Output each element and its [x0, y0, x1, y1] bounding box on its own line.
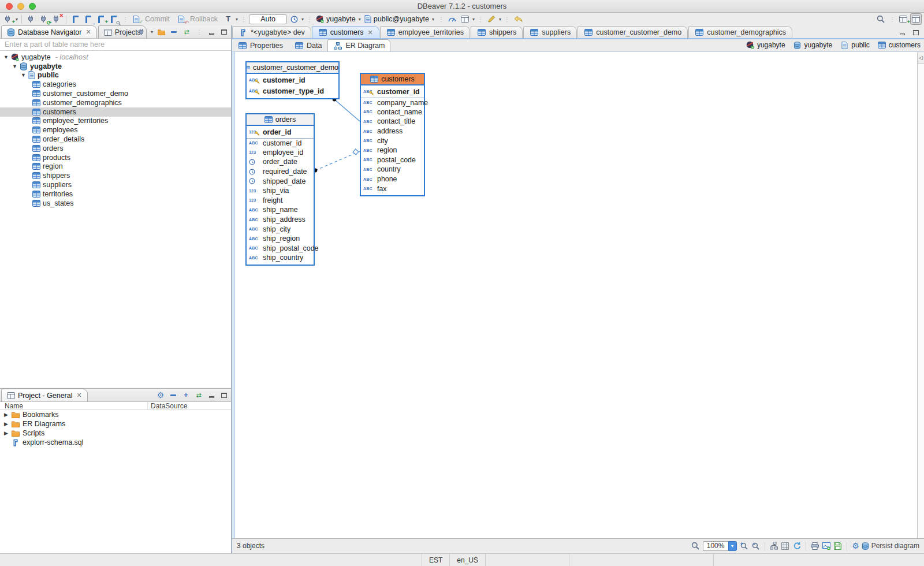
entity-field[interactable]: ABC customer_type_id	[247, 85, 338, 96]
entity-field[interactable]: ABC country	[361, 165, 424, 174]
close-window-button[interactable]	[6, 3, 13, 10]
collapse-palette-button[interactable]: ◁	[918, 52, 924, 64]
entity-field[interactable]: ABC ship_address	[247, 215, 314, 225]
tree-item-table[interactable]: us_states	[0, 199, 231, 208]
connect-button[interactable]	[25, 13, 37, 25]
active-schema-select[interactable]: public@yugabyte ▾	[363, 15, 435, 23]
entity-field[interactable]: ABC company_name	[361, 98, 424, 107]
entity-customer-customer-demo[interactable]: customer_customer_demo ABC customer_id	[245, 61, 340, 99]
link-with-editor-button[interactable]: ⇄	[194, 390, 203, 400]
entity-header[interactable]: customers	[361, 74, 424, 85]
link-with-editor-button[interactable]: ⇄	[182, 27, 191, 36]
er-diagram-canvas[interactable]: customer_customer_demo ABC customer_id	[232, 52, 924, 538]
persist-diagram-button[interactable]: Persist diagram	[862, 542, 919, 550]
close-icon[interactable]: ✕	[76, 392, 81, 399]
refresh-diagram-button[interactable]	[791, 541, 803, 551]
expand-arrow-icon[interactable]: ▼	[3, 54, 9, 60]
new-sql-editor-button[interactable]: +	[95, 13, 107, 25]
entity-field[interactable]: ABC customer_id	[247, 75, 338, 85]
tree-item-table[interactable]: region	[0, 162, 231, 172]
close-tab-icon[interactable]: ✕	[367, 29, 372, 36]
entity-header[interactable]: customer_customer_demo	[247, 62, 338, 74]
export-image-button[interactable]	[821, 541, 832, 551]
collapse-all-button[interactable]	[169, 27, 178, 36]
editor-tab[interactable]: suppliers ✕	[523, 26, 577, 38]
tree-item-table[interactable]: employee_territories	[0, 117, 231, 126]
editor-subtab[interactable]: Data	[289, 39, 327, 51]
zoom-level-value[interactable]: 100%	[703, 541, 728, 551]
column-name[interactable]: Name	[0, 402, 147, 410]
tree-item-connection[interactable]: ▼ yugabyte - localhost	[0, 53, 231, 62]
entity-field[interactable]: required_date	[247, 167, 314, 177]
active-connection-select[interactable]: yugabyte ▾	[315, 15, 362, 23]
diagram-settings-button[interactable]: ⚙	[850, 541, 862, 551]
rollback-button[interactable]: Rollback	[190, 15, 218, 23]
close-icon[interactable]: ✕	[85, 28, 91, 36]
locale-cell[interactable]: en_US	[449, 554, 485, 566]
entity-field[interactable]: ABC address	[361, 126, 424, 136]
entity-field[interactable]: 123 employee_id	[247, 148, 314, 158]
entity-field[interactable]: order_date	[247, 157, 314, 167]
minimize-editor-button[interactable]	[897, 28, 907, 37]
canvas-scrollbar[interactable]: ◁	[917, 52, 924, 538]
zoom-in-button[interactable]: +	[739, 541, 750, 551]
new-connection-mini-caret-icon[interactable]: ▾	[151, 29, 153, 35]
tree-item-table[interactable]: orders	[0, 144, 231, 153]
entity-field[interactable]: ABC customer_id	[247, 138, 314, 148]
transaction-log-button[interactable]	[288, 13, 300, 25]
transaction-mode-button[interactable]: T	[222, 13, 234, 25]
entity-field[interactable]: ABC ship_postal_code	[247, 244, 314, 254]
compose-button[interactable]	[486, 13, 497, 25]
project-item[interactable]: ▶ Bookmarks	[0, 410, 231, 419]
editor-subtab[interactable]: Properties	[232, 39, 289, 51]
project-item[interactable]: ▶ ER Diagrams	[0, 419, 231, 429]
tree-item-database[interactable]: ▼ yugabyte	[0, 62, 231, 71]
editor-tab[interactable]: customer_demographics ✕	[688, 26, 792, 38]
project-item[interactable]: ▶ explorr-schema.sql	[0, 438, 231, 447]
layout-windows-caret-icon[interactable]: ▾	[472, 17, 475, 22]
new-connection-mini-button[interactable]	[137, 27, 147, 36]
zoom-out-button[interactable]: −	[750, 541, 762, 551]
breadcrumb-item[interactable]: yugabyte	[746, 41, 785, 49]
editor-tab[interactable]: *<yugabyte> dev ✕	[232, 26, 311, 38]
layout-windows-button[interactable]	[459, 13, 471, 25]
print-diagram-button[interactable]	[809, 541, 821, 551]
tree-item-table[interactable]: customer_customer_demo	[0, 89, 231, 98]
expand-arrow-icon[interactable]: ▼	[12, 64, 17, 69]
entity-field[interactable]: ABC contact_name	[361, 107, 424, 117]
minimize-panel-button[interactable]	[207, 27, 216, 36]
breadcrumb-item[interactable]: public	[840, 41, 869, 49]
entity-field[interactable]: 123 order_id	[247, 126, 314, 137]
recent-sql-editor-button[interactable]	[108, 13, 120, 25]
sql-editor-button[interactable]	[70, 13, 81, 25]
maximize-panel-button[interactable]	[219, 27, 229, 36]
add-project-item-button[interactable]: +	[181, 390, 191, 400]
open-sql-script-button[interactable]: →	[83, 13, 94, 25]
expand-arrow-icon[interactable]: ▶	[3, 421, 9, 427]
open-perspective-button[interactable]: +	[897, 13, 909, 25]
maximize-panel-button[interactable]	[219, 390, 229, 400]
tree-item-table[interactable]: shippers	[0, 171, 231, 180]
breadcrumb-item[interactable]: yugabyte	[793, 41, 833, 49]
entity-field[interactable]: shipped_date	[247, 176, 314, 186]
timezone-cell[interactable]: EST	[422, 554, 449, 566]
project-item[interactable]: ▶ Scripts	[0, 429, 231, 438]
new-folder-button[interactable]	[157, 27, 166, 36]
expand-arrow-icon[interactable]: ▶	[3, 412, 9, 418]
entity-field[interactable]: ABC fax	[361, 184, 424, 193]
entity-field[interactable]: ABC ship_country	[247, 253, 314, 263]
entity-field[interactable]: ABC city	[361, 136, 424, 146]
commit-icon[interactable]: ✓	[131, 13, 142, 25]
minimize-panel-button[interactable]	[207, 390, 216, 400]
new-connection-button[interactable]: +	[2, 13, 14, 25]
expand-arrow-icon[interactable]: ▶	[3, 430, 9, 436]
entity-field[interactable]: ABC phone	[361, 174, 424, 184]
breadcrumb-item[interactable]: customers	[877, 41, 921, 49]
transaction-mode-caret-icon[interactable]: ▾	[236, 17, 238, 22]
table-filter-input[interactable]	[0, 39, 231, 50]
tree-item-schema[interactable]: ▼ public	[0, 71, 231, 80]
tree-item-table[interactable]: employees	[0, 125, 231, 135]
entity-field[interactable]: ABC contact_title	[361, 117, 424, 126]
column-datasource[interactable]: DataSource	[147, 402, 231, 410]
entity-header[interactable]: orders	[247, 114, 314, 126]
